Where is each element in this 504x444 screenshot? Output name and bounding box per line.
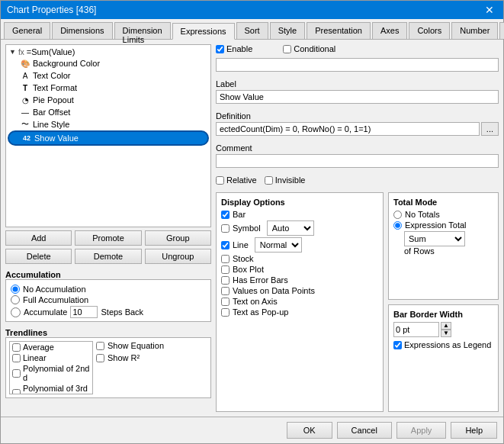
disp-errorbars-check[interactable] [221,276,230,285]
disp-stock-check[interactable] [221,255,230,263]
full-accumulation-radio[interactable] [11,295,20,304]
tab-colors[interactable]: Colors [409,22,450,39]
accumulation-section: Accumulation No Accumulation Full Accumu… [5,267,211,322]
label-input[interactable] [216,90,499,104]
help-button[interactable]: Help [451,422,497,439]
enable-checkbox[interactable] [216,45,224,53]
demote-button[interactable]: Demote [75,249,141,264]
disp-textpopup-check[interactable] [221,308,230,317]
tree-item-text-color[interactable]: A Text Color [8,69,209,82]
delete-button[interactable]: Delete [5,249,72,264]
show-r2-check[interactable] [96,354,104,362]
show-equation-row: Show Equation [96,341,164,350]
accumulate-radio[interactable] [11,307,21,317]
tree-item-pie-popout[interactable]: ◔ Pie Popout [8,94,209,106]
definition-field-title: Definition [216,111,499,121]
add-button[interactable]: Add [5,230,72,246]
tree-item-line-style[interactable]: 〜 Line Style [8,118,209,130]
tree-root[interactable]: ▼ fx =Sum(Value) [8,47,209,57]
trendline-average-check[interactable] [12,343,21,352]
disp-bar-label: Bar [233,210,246,219]
sum-select[interactable]: Sum Avg Min Max [404,231,465,246]
trendline-poly3-check[interactable] [12,389,21,395]
no-totals-radio[interactable] [393,211,402,219]
main-content: ▼ fx =Sum(Value) 🎨 Background Color A Te… [1,40,503,417]
tab-number[interactable]: Number [451,22,498,39]
disp-line-check[interactable] [221,241,230,249]
expand-icon[interactable]: ▼ [9,48,16,56]
label-field-title: Label [216,79,499,88]
trendline-poly2-check[interactable] [12,369,21,378]
ok-button[interactable]: OK [287,422,332,439]
no-totals-label: No Totals [405,210,440,219]
tree-item-show-value[interactable]: 42 Show Value [8,130,209,146]
group-button[interactable]: Group [145,230,211,246]
conditional-input[interactable] [216,58,499,72]
tab-axes[interactable]: Axes [372,22,407,39]
bar-border-input[interactable] [393,322,439,337]
tab-dimension-limits[interactable]: Dimension Limits [114,22,171,39]
tab-style[interactable]: Style [270,22,305,39]
comment-input[interactable] [216,154,499,168]
trendline-linear-check[interactable] [12,354,21,362]
disp-stock-label: Stock [233,254,254,263]
disp-textpopup-label: Text as Pop-up [233,307,288,317]
tab-font[interactable]: Font [499,22,504,39]
spin-up-btn[interactable]: ▲ [441,322,451,330]
bar-border-title: Bar Border Width [393,310,493,319]
expr-legend-check[interactable] [393,341,402,349]
tree-item-bg-color[interactable]: 🎨 Background Color [8,57,209,69]
enable-conditional-row: Enable Conditional [216,44,499,53]
symbol-combo[interactable]: Auto Normal Thick [267,220,314,236]
close-button[interactable]: ✕ [482,4,497,16]
disp-line-row: Line Normal Thick Thin [221,237,378,253]
relative-checkbox[interactable] [216,176,224,185]
definition-input[interactable] [216,122,480,136]
tab-dimensions[interactable]: Dimensions [52,22,112,39]
show-value-icon: 42 [21,133,32,143]
tab-presentation[interactable]: Presentation [307,22,371,39]
line-combo[interactable]: Normal Thick Thin [255,237,302,253]
expr-total-radio[interactable] [393,221,402,230]
tab-sort[interactable]: Sort [236,22,268,39]
show-r2-row: Show R² [96,353,164,362]
trendline-average: Average [10,342,92,352]
disp-symbol-check[interactable] [221,224,230,233]
disp-errorbars-row: Has Error Bars [221,275,378,285]
disp-textpopup-row: Text as Pop-up [221,307,378,317]
trendlines-list[interactable]: Average Linear Polynomial of 2nd d [9,341,93,394]
disp-textonaxis-check[interactable] [221,298,230,306]
show-equation-check[interactable] [96,342,104,350]
disp-line-label: Line [233,240,249,249]
enable-label: Enable [226,44,252,53]
no-accumulation-label: No Accumulation [23,285,86,294]
tree-item-text-format[interactable]: T Text Format [8,82,209,94]
apply-button[interactable]: Apply [396,422,447,439]
tree-item-bar-offset[interactable]: — Bar Offset [8,106,209,118]
tab-general[interactable]: General [4,22,50,39]
steps-input[interactable] [70,306,98,318]
spin-buttons: ▲ ▼ [441,322,451,337]
disp-valuesondp-row: Values on Data Points [221,286,378,295]
conditional-checkbox[interactable] [283,45,291,53]
definition-btn[interactable]: ... [481,122,499,136]
window-title: Chart Properties [436] [7,5,96,15]
no-accumulation-radio[interactable] [11,285,20,294]
cancel-button[interactable]: Cancel [337,422,392,439]
comment-field-title: Comment [216,143,499,153]
comment-group: Comment [216,143,499,168]
disp-boxplot-check[interactable] [221,265,230,274]
ungroup-button[interactable]: Ungroup [145,249,211,264]
bottom-section: Display Options Bar Symbol Auto Normal T… [216,192,499,412]
disp-bar-check[interactable] [221,211,230,219]
disp-valuesondp-check[interactable] [221,287,230,295]
promote-button[interactable]: Promote [75,230,141,246]
tree-root-label: =Sum(Value) [27,47,75,56]
conditional-check-row: Conditional [283,44,335,53]
expression-tree[interactable]: ▼ fx =Sum(Value) 🎨 Background Color A Te… [5,44,211,227]
spin-down-btn[interactable]: ▼ [441,330,451,337]
invisible-checkbox[interactable] [265,176,273,185]
tab-expressions[interactable]: Expressions [172,23,235,40]
definition-row: ... [216,122,499,136]
trendline-linear: Linear [10,352,92,363]
